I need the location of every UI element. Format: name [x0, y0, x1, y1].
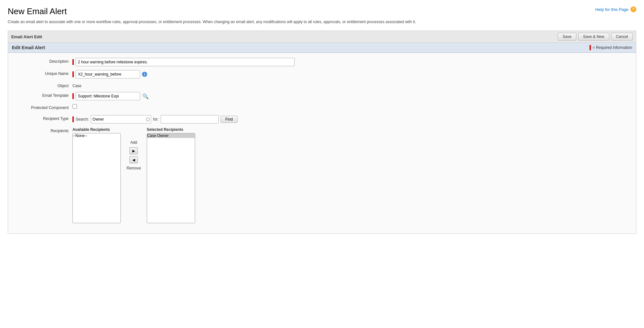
email-template-input[interactable]	[76, 92, 140, 100]
protected-component-checkbox[interactable]	[72, 104, 77, 109]
unique-name-row: Unique Name i	[14, 70, 630, 78]
available-recipients-label: Available Recipients	[72, 127, 121, 132]
description-required-indicator	[72, 59, 74, 65]
available-item[interactable]: --None--	[73, 133, 120, 138]
description-input[interactable]	[76, 58, 295, 66]
email-template-label: Email Template	[14, 92, 72, 98]
email-template-lookup-icon[interactable]: 🔍	[142, 93, 149, 100]
recipient-type-select[interactable]: Owner User Role Role and Subordinates Pu…	[91, 115, 151, 123]
recipient-type-select-wrapper: Owner User Role Role and Subordinates Pu…	[91, 115, 151, 123]
email-template-field: 🔍	[72, 92, 630, 100]
available-recipients-section: Available Recipients --None--	[72, 127, 121, 223]
page-title: New Email Alert	[8, 6, 67, 16]
required-info-text: = Required Information	[593, 45, 632, 50]
section-header-title: Email Alert Edit	[11, 34, 42, 39]
recipients-content: Available Recipients --None-- Add ▶ ◀ Re…	[72, 127, 195, 223]
object-row: Object Case	[14, 82, 630, 88]
required-bar-icon	[590, 45, 591, 50]
object-label: Object	[14, 82, 72, 88]
unique-name-input[interactable]	[76, 70, 140, 78]
description-row: Description	[14, 58, 630, 66]
for-input[interactable]	[161, 115, 219, 123]
find-button[interactable]: Find	[221, 116, 238, 123]
recipient-type-field: Search: Owner User Role Role and Subordi…	[72, 115, 630, 123]
page-header: New Email Alert Help for this Page ?	[8, 6, 636, 16]
add-button[interactable]: ▶	[129, 147, 138, 154]
recipients-row: Recipients Available Recipients --None--…	[14, 127, 630, 223]
section-header-bar: Email Alert Edit Save Save & New Cancel	[8, 31, 636, 42]
protected-component-label: Protected Component	[14, 104, 72, 110]
search-label: Search:	[76, 117, 89, 122]
help-link[interactable]: Help for this Page ?	[595, 6, 636, 12]
selected-recipients-label: Selected Recipients	[147, 127, 195, 132]
recipient-type-row: Recipient Type Search: Owner User Role R…	[14, 115, 630, 123]
add-label: Add	[130, 140, 137, 145]
description-label: Description	[14, 58, 72, 64]
edit-section-header: Edit Email Alert = Required Information	[8, 43, 636, 53]
page-container: New Email Alert Help for this Page ? Cre…	[0, 0, 644, 328]
cancel-button[interactable]: Cancel	[611, 33, 633, 41]
edit-section-title: Edit Email Alert	[12, 45, 45, 50]
unique-name-required-indicator	[72, 71, 74, 77]
page-description: Create an email alert to associate with …	[8, 19, 484, 25]
remove-button[interactable]: ◀	[129, 156, 138, 163]
for-label: for:	[153, 117, 158, 122]
description-field	[72, 58, 630, 66]
save-button[interactable]: Save	[558, 33, 576, 41]
selected-item[interactable]: Case Owner	[147, 133, 195, 138]
protected-component-field	[72, 104, 630, 109]
help-link-text: Help for this Page	[595, 7, 629, 12]
form-body: Description Unique Name i Object	[8, 53, 636, 233]
selected-recipients-section: Selected Recipients Case Owner	[147, 127, 195, 223]
remove-label: Remove	[127, 166, 141, 170]
protected-component-row: Protected Component	[14, 104, 630, 110]
recipient-type-label: Recipient Type	[14, 115, 72, 121]
required-info: = Required Information	[590, 45, 632, 50]
recipients-label: Recipients	[14, 127, 72, 133]
unique-name-label: Unique Name	[14, 70, 72, 76]
help-icon: ?	[630, 6, 636, 12]
add-remove-column: Add ▶ ◀ Remove	[123, 140, 144, 170]
unique-name-field: i	[72, 70, 630, 78]
edit-section: Edit Email Alert = Required Information …	[8, 42, 636, 234]
email-template-row: Email Template 🔍	[14, 92, 630, 100]
recipient-type-required-indicator	[72, 116, 74, 122]
object-field: Case	[72, 82, 630, 88]
email-template-required-indicator	[72, 93, 74, 99]
object-value: Case	[72, 82, 81, 88]
toolbar: Save Save & New Cancel	[558, 33, 633, 41]
unique-name-info-icon[interactable]: i	[142, 72, 147, 77]
selected-recipients-list[interactable]: Case Owner	[147, 133, 195, 223]
save-new-button[interactable]: Save & New	[578, 33, 609, 41]
available-recipients-list[interactable]: --None--	[72, 133, 121, 223]
